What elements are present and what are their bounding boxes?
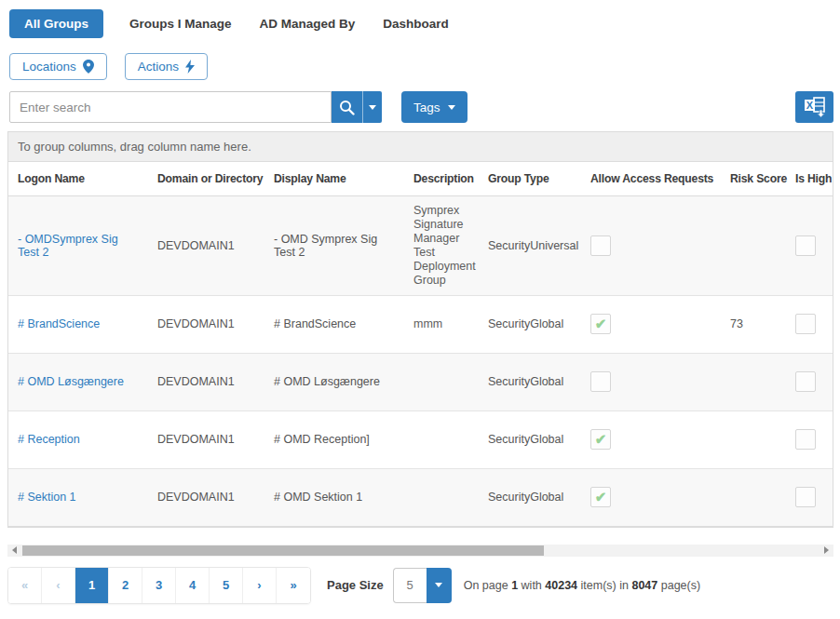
last-page-button[interactable]: » — [277, 568, 310, 603]
domain-cell: DEVDOMAIN1 — [148, 295, 264, 353]
scrollbar-thumb[interactable] — [22, 545, 544, 556]
pager-info-item-count: 40234 — [545, 579, 577, 592]
groups-grid: To group columns, drag column name here.… — [7, 131, 833, 528]
group-link[interactable]: # OMD Løsgængere — [18, 375, 124, 388]
chevron-down-icon — [448, 105, 455, 110]
group-by-drop-zone[interactable]: To group columns, drag column name here. — [8, 132, 833, 162]
table-row: - OMDSymprex Sig Test 2 DEVDOMAIN1 - OMD… — [8, 195, 833, 295]
description-cell: Symprex Signature Manager Test Deploymen… — [404, 195, 479, 295]
export-excel-button[interactable]: X — [795, 91, 833, 123]
high-security-checkbox[interactable] — [795, 429, 816, 450]
allow-access-checkbox[interactable] — [590, 235, 611, 256]
tab-groups-i-manage[interactable]: Groups I Manage — [128, 9, 234, 38]
page-button-2[interactable]: 2 — [109, 568, 142, 603]
excel-download-icon: X — [804, 97, 826, 117]
high-security-checkbox[interactable] — [795, 314, 816, 334]
column-header-is-high-security[interactable]: Is High Security — [786, 162, 833, 195]
search-button[interactable] — [332, 91, 362, 123]
first-page-button[interactable]: « — [8, 568, 42, 603]
group-link[interactable]: - OMDSymprex Sig Test 2 — [18, 233, 118, 259]
column-header-group-type[interactable]: Group Type — [479, 162, 581, 195]
search-options-dropdown[interactable] — [362, 91, 382, 123]
column-header-description[interactable]: Description — [404, 162, 479, 195]
risk-score-cell — [721, 195, 786, 295]
pager-info-text: with — [522, 579, 542, 592]
group-type-cell: SecurityGlobal — [479, 468, 581, 526]
column-header-display-name[interactable]: Display Name — [264, 162, 404, 195]
page-button-3[interactable]: 3 — [142, 568, 176, 603]
allow-access-checkbox[interactable]: ✔ — [590, 314, 611, 334]
tab-all-groups[interactable]: All Groups — [9, 9, 103, 38]
pager-info-text: page(s) — [661, 579, 700, 592]
locations-button[interactable]: Locations — [9, 53, 107, 80]
group-link[interactable]: # Sektion 1 — [18, 491, 76, 504]
pager-info-page: 1 — [511, 579, 518, 592]
table-row: # OMD Løsgængere DEVDOMAIN1 # OMD Løsgæn… — [8, 353, 833, 410]
actions-button[interactable]: Actions — [125, 53, 208, 80]
group-type-cell: SecurityUniversal — [479, 195, 581, 295]
next-page-button[interactable]: › — [243, 568, 277, 603]
column-header-domain[interactable]: Domain or Directory — [148, 162, 264, 195]
page-size-value[interactable]: 5 — [393, 568, 427, 603]
column-header-logon-name[interactable]: Logon Name — [8, 162, 148, 195]
page-size-label: Page Size — [327, 578, 384, 592]
tab-dashboard[interactable]: Dashboard — [381, 9, 451, 38]
column-header-allow-access-requests[interactable]: Allow Access Requests — [581, 162, 721, 195]
page-size-dropdown-button[interactable] — [427, 568, 452, 603]
description-cell — [404, 410, 479, 468]
prev-page-button[interactable]: ‹ — [42, 568, 75, 603]
high-security-checkbox[interactable] — [795, 487, 816, 507]
domain-cell: DEVDOMAIN1 — [148, 468, 264, 526]
description-cell — [404, 353, 479, 410]
check-icon: ✔ — [595, 431, 607, 448]
locations-label: Locations — [22, 60, 76, 74]
domain-cell: DEVDOMAIN1 — [148, 410, 264, 468]
scroll-left-arrow-icon[interactable] — [7, 545, 21, 557]
allow-access-checkbox[interactable] — [590, 371, 611, 392]
group-link[interactable]: # BrandScience — [18, 317, 100, 330]
chevron-down-icon — [369, 105, 376, 110]
high-security-checkbox[interactable] — [795, 371, 816, 392]
grid-viewport: Logon Name Domain or Directory Display N… — [8, 162, 833, 527]
display-name-cell: # OMD Sektion 1 — [264, 468, 404, 526]
risk-score-cell — [721, 468, 786, 526]
page-button-5[interactable]: 5 — [210, 568, 243, 603]
check-icon: ✔ — [595, 489, 607, 505]
header-row: Logon Name Domain or Directory Display N… — [8, 162, 833, 195]
high-security-checkbox[interactable] — [795, 235, 816, 256]
risk-score-cell — [721, 410, 786, 468]
horizontal-scrollbar[interactable] — [7, 545, 833, 557]
svg-text:X: X — [806, 100, 813, 111]
group-type-cell: SecurityGlobal — [479, 353, 581, 410]
search-input[interactable] — [9, 91, 332, 123]
risk-score-cell — [721, 353, 786, 410]
group-type-cell: SecurityGlobal — [479, 410, 581, 468]
scroll-right-arrow-icon[interactable] — [820, 545, 833, 557]
table-row: # Sektion 1 DEVDOMAIN1 # OMD Sektion 1 S… — [8, 468, 833, 526]
tags-button[interactable]: Tags — [401, 91, 467, 123]
description-cell — [404, 468, 479, 526]
chevron-down-icon — [435, 583, 442, 587]
page-button-4[interactable]: 4 — [176, 568, 210, 603]
allow-access-checkbox[interactable]: ✔ — [590, 487, 611, 507]
page-size-select[interactable]: 5 — [393, 568, 452, 603]
column-header-risk-score[interactable]: Risk Score — [721, 162, 786, 195]
check-icon: ✔ — [595, 316, 607, 332]
pager-info-text: On page — [464, 579, 508, 592]
risk-score-cell: 73 — [721, 295, 786, 353]
group-type-cell: SecurityGlobal — [479, 295, 581, 353]
allow-access-checkbox[interactable]: ✔ — [590, 429, 611, 450]
domain-cell: DEVDOMAIN1 — [148, 195, 264, 295]
display-name-cell: # OMD Løsgængere — [264, 353, 404, 410]
domain-cell: DEVDOMAIN1 — [148, 353, 264, 410]
group-link[interactable]: # Reception — [18, 433, 80, 446]
search-row: Tags X — [9, 91, 833, 123]
page-button-1[interactable]: 1 — [75, 568, 109, 603]
pager-info-text: item(s) in — [581, 579, 629, 592]
display-name-cell: - OMD Symprex Sig Test 2 — [264, 195, 404, 295]
display-name-cell: # BrandScience — [264, 295, 404, 353]
pager: « ‹ 1 2 3 4 5 › » Page Size 5 On page 1 … — [7, 567, 833, 604]
display-name-cell: # OMD Reception] — [264, 410, 404, 468]
table-row: # BrandScience DEVDOMAIN1 # BrandScience… — [8, 295, 833, 353]
tab-ad-managed-by[interactable]: AD Managed By — [258, 9, 358, 38]
